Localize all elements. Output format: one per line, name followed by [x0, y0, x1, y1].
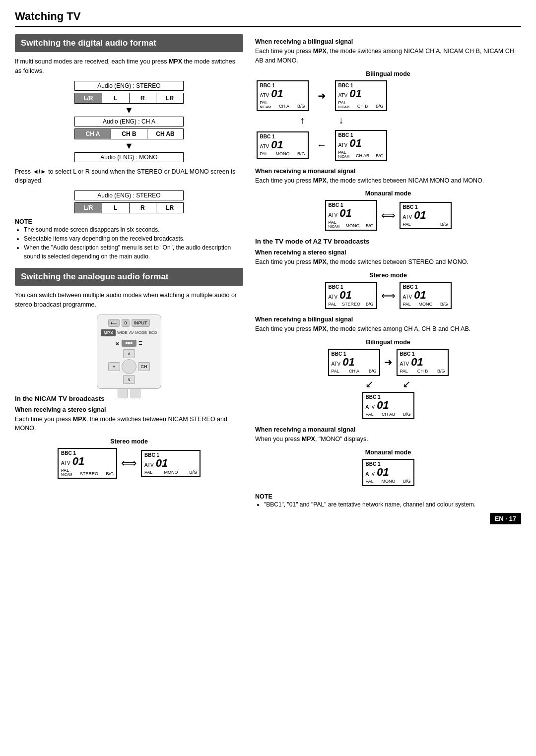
mono-label-box: Audio (ENG) : MONO — [74, 152, 184, 162]
nicam-stereo-screens: BBC 1 ATV 01 PAL NICAM STEREO B/G — [15, 448, 243, 479]
press-text: Press ◄/► to select L or R sound when th… — [15, 167, 243, 186]
bottom-note-item-1: "BBC1", "01" and "PAL" are tentative net… — [264, 500, 521, 509]
a2-bilingual-screens: BBC 1 ATV01 PAL CH A B/G ➜ BBC 1 ATV01 — [255, 349, 521, 419]
tv-bottom-left: PAL NICAM STEREO B/G — [61, 468, 114, 476]
remote-diagram: ⟵ 0 INPUT MPX WIDE AV MODE ECO ⊠ ■■■ ☰ — [15, 315, 243, 389]
tv-a2-stereo-left: BBC 1 ATV01 PAL STEREO B/G — [325, 282, 377, 309]
digital-note-title: NOTE — [15, 218, 243, 225]
analogue-section-header: Switching the analogue audio format — [15, 268, 243, 286]
stereo-mode-label: Stereo mode — [15, 438, 243, 445]
tv-screen-right: BBC 1 ATV 01 PAL MONO B/G — [141, 450, 201, 477]
tv-mono-right: BBC 1 ATV01 PAL B/G — [400, 202, 452, 229]
bottom-note-list: "BBC1", "01" and "PAL" are tentative net… — [255, 500, 521, 509]
bottom-note: NOTE "BBC1", "01" and "PAL" are tentativ… — [255, 493, 521, 509]
btn-r2: R — [130, 203, 157, 213]
btn-l: L — [102, 93, 130, 103]
note-item-2: Selectable items vary depending on the r… — [24, 234, 243, 243]
remote-nav-left: + — [108, 362, 120, 371]
arrow-bil-left: ← — [317, 139, 327, 151]
a2-stereo-text: Each time you press MPX, the mode switch… — [255, 257, 521, 267]
arrow-mono-lr: ⟺ — [381, 209, 396, 221]
remote-avmode-label: AV MODE — [129, 330, 147, 335]
tv-bil-bottom-right: BBC 1 ATV01 PALNICAM CH AB B/G — [335, 130, 387, 161]
a2-bilingual-text: Each time you press MPX, the mode switch… — [255, 324, 521, 334]
arrow-a2-bil-right: ➜ — [384, 356, 393, 368]
tv-a2-mono: BBC 1 ATV01 PAL MONO B/G — [362, 459, 414, 486]
arrow-a2-bil-down-right: ↙ — [400, 378, 452, 390]
tv-a2-bil-top-left: BBC 1 ATV01 PAL CH A B/G — [328, 349, 380, 376]
remote-control: ⟵ 0 INPUT MPX WIDE AV MODE ECO ⊠ ■■■ ☰ — [97, 315, 161, 389]
remote-mpx-btn: MPX — [101, 329, 116, 336]
digital-intro: If multi sound modes are received, each … — [15, 57, 243, 76]
bilingual-nicam-section: When receiving a bilingual signal Each t… — [255, 38, 521, 161]
note-item-3: When the "Audio description setting" men… — [24, 243, 243, 261]
remote-btn-1: ⟵ — [108, 319, 120, 327]
btn-chab: CH AB — [147, 129, 183, 139]
bilingual-nicam-text: Each time you press MPX, the mode switch… — [255, 47, 521, 65]
monaural-nicam-screens: BBC 1 ATV01 PALNICAM MONO B/G ⟺ BBC 1 AT… — [255, 200, 521, 231]
digital-note-list: The sound mode screen disappears in six … — [15, 225, 243, 261]
arrow-bil-up: ↑ — [255, 115, 310, 126]
a2-monaural-text: When you press MPX, "MONO" displays. — [255, 435, 521, 444]
remote-side-right — [131, 388, 140, 398]
tv-a2-bil-bottom: BBC 1 ATV01 PAL CH AB B/G — [362, 392, 414, 419]
cha-label-box: Audio (ENG) : CH A — [74, 117, 184, 126]
btn-chb: CH B — [111, 129, 147, 139]
tv-a2-bil-top-right: BBC 1 ATV01 PAL CH B B/G — [397, 349, 449, 376]
en-badge: EN · 17 — [490, 513, 521, 524]
remote-nav-down: ∨ — [123, 375, 135, 384]
analogue-intro: You can switch between multiple audio mo… — [15, 291, 243, 310]
bilingual-nicam-screens: BBC 1 ATV01 PALNICAM CH A B/G ➜ BBC 1 AT… — [255, 80, 521, 161]
arrow-lr-stereo: ⟺ — [121, 457, 137, 470]
remote-nav-center — [122, 359, 136, 374]
btn-lr: L/R — [75, 93, 102, 103]
remote-nav: ∧ + CH ∨ — [107, 349, 151, 384]
bottom-note-title: NOTE — [255, 493, 521, 500]
digital-section-header: Switching the digital audio format — [15, 34, 243, 52]
tv-screen-left: BBC 1 ATV 01 PAL NICAM STEREO B/G — [58, 448, 117, 479]
a2-title: In the TV mode of A2 TV broadcasts — [255, 238, 521, 245]
audio-mode-diagram: Audio (ENG) : STEREO L/R L R LR ▼ Audio … — [15, 81, 243, 162]
btn-l2: L — [102, 203, 130, 213]
en-badge-wrap: EN · 17 — [255, 513, 521, 524]
a2-stereo-screens: BBC 1 ATV01 PAL STEREO B/G ⟺ BBC 1 ATV01… — [255, 282, 521, 309]
stereo-buttons: L/R L R LR — [74, 93, 184, 104]
a2-monaural-title: When receiving a monaural signal — [255, 426, 521, 433]
btn-lr2-right: LR — [156, 203, 183, 213]
remote-nav-up: ∧ — [123, 349, 135, 358]
remote-btn-input: INPUT — [132, 319, 150, 327]
nicam-stereo-title: When receiving a stereo signal — [15, 406, 243, 413]
stereo2-diagram: Audio (ENG) : STEREO L/R L R LR — [15, 190, 243, 213]
digital-section: Switching the digital audio format If mu… — [15, 34, 243, 261]
bilingual-mode-label: Bilingual mode — [255, 70, 521, 77]
monaural-nicam-title: When receiving a monaural signal — [255, 168, 521, 175]
tv-bil-top-right: BBC 1 ATV01 PALNICAM CH B B/G — [335, 80, 387, 111]
monaural-nicam-text: Each time you press MPX, the mode switch… — [255, 176, 521, 186]
btn-lr-right: LR — [156, 93, 183, 103]
btn-cha: CH A — [75, 129, 111, 139]
stereo2-label-box: Audio (ENG) : STEREO — [74, 190, 184, 200]
analogue-section: Switching the analogue audio format You … — [15, 268, 243, 479]
remote-side-left — [118, 388, 128, 398]
remote-wide-label: WIDE — [117, 330, 128, 335]
monaural-mode-label: Monaural mode — [255, 190, 521, 197]
remote-btn-0: 0 — [122, 319, 129, 327]
tv-bil-bottom-left: BBC 1 ATV01 PAL MONO B/G — [257, 131, 309, 159]
digital-note: NOTE The sound mode screen disappears in… — [15, 218, 243, 261]
arrow-a2-stereo: ⟺ — [381, 290, 396, 302]
arrow-bil-right: ➜ — [318, 90, 326, 102]
btn-lr2: L/R — [75, 203, 102, 213]
stereo2-buttons: L/R L R LR — [74, 202, 184, 213]
note-item-1: The sound mode screen disappears in six … — [24, 225, 243, 234]
monaural-nicam-section: When receiving a monaural signal Each ti… — [255, 168, 521, 231]
a2-bilingual-title: When receiving a bilingual signal — [255, 316, 521, 323]
remote-mpx-row: MPX WIDE AV MODE ECO — [100, 329, 158, 336]
arrow-bil-down: ↓ — [334, 115, 388, 126]
a2-section: In the TV mode of A2 TV broadcasts When … — [255, 238, 521, 486]
a2-stereo-mode-label: Stereo mode — [255, 272, 521, 279]
remote-nav-right: CH — [138, 362, 150, 371]
arrow-a2-bil-down-left: ↙ — [324, 378, 376, 390]
a2-stereo-title: When receiving a stereo signal — [255, 249, 521, 256]
a2-monaural-screen-wrap: BBC 1 ATV01 PAL MONO B/G — [255, 459, 521, 486]
remote-bar-btn: ■■■ — [122, 340, 136, 347]
